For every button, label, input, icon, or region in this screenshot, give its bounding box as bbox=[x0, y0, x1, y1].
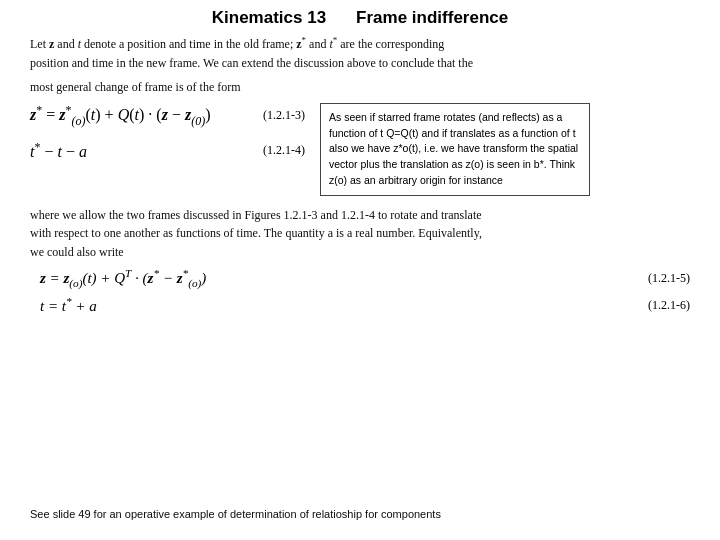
middle-line2: with respect to one another as functions… bbox=[30, 226, 482, 240]
footer-note: See slide 49 for an operative example of… bbox=[30, 508, 441, 520]
intro-paragraph: Let z and t denote a position and time i… bbox=[30, 32, 690, 74]
middle-line3: we could also write bbox=[30, 245, 124, 259]
equation-4: t* − t − a (1.2.1-4) bbox=[30, 140, 310, 161]
annotation-area: As seen if starred frame rotates (and re… bbox=[310, 103, 690, 196]
eq3-formula: z* = z*(o)(t) + Q(t) · (z − z(0)) bbox=[30, 103, 210, 129]
middle-line1: where we allow the two frames discussed … bbox=[30, 208, 482, 222]
eq3-number: (1.2.1-3) bbox=[263, 108, 305, 123]
intro-line1: Let z and t denote a position and time i… bbox=[30, 37, 444, 51]
eq6-number: (1.2.1-6) bbox=[648, 298, 690, 313]
eq4-formula: t* − t − a bbox=[30, 140, 87, 161]
eq5-formula: z = z(o)(t) + QT · (z* − z*(o)) bbox=[40, 267, 206, 289]
intro-line2: position and time in the new frame. We c… bbox=[30, 56, 473, 70]
header-left: Kinematics 13 bbox=[212, 8, 326, 28]
content-area: Let z and t denote a position and time i… bbox=[0, 32, 720, 315]
eq6-formula: t = t* + a bbox=[40, 295, 97, 315]
page-container: Kinematics 13 Frame indifference Let z a… bbox=[0, 0, 720, 540]
equation-6: t = t* + a (1.2.1-6) bbox=[30, 295, 690, 315]
equations-left: z* = z*(o)(t) + Q(t) · (z − z(0)) (1.2.1… bbox=[30, 103, 310, 162]
equations-with-annotation: z* = z*(o)(t) + Q(t) · (z − z(0)) (1.2.1… bbox=[30, 103, 690, 196]
eq4-number: (1.2.1-4) bbox=[263, 143, 305, 158]
eq5-number: (1.2.1-5) bbox=[648, 271, 690, 286]
equation-3: z* = z*(o)(t) + Q(t) · (z − z(0)) (1.2.1… bbox=[30, 103, 310, 129]
equation-5: z = z(o)(t) + QT · (z* − z*(o)) (1.2.1-5… bbox=[30, 267, 690, 289]
middle-text: where we allow the two frames discussed … bbox=[30, 206, 690, 262]
header-right: Frame indifference bbox=[356, 8, 508, 28]
header: Kinematics 13 Frame indifference bbox=[0, 0, 720, 32]
annotation-box: As seen if starred frame rotates (and re… bbox=[320, 103, 590, 196]
bottom-equations: z = z(o)(t) + QT · (z* − z*(o)) (1.2.1-5… bbox=[30, 267, 690, 315]
most-general-line: most general change of frame is of the f… bbox=[30, 78, 690, 97]
